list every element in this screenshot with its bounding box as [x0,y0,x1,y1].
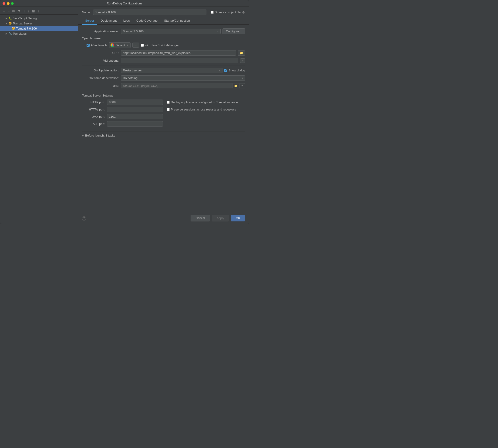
vm-options-label: VM options: [82,59,119,62]
gear-icon[interactable]: ⚙ [242,11,245,14]
jre-dropdown-button[interactable]: ▼ [239,84,245,88]
http-port-row: HTTP port: Deploy applications configure… [82,99,245,105]
vm-options-row: VM options: ⤢ [82,58,245,63]
ajp-port-input[interactable] [107,121,163,127]
jmx-port-input[interactable] [107,114,163,119]
window-title: Run/Debug Configurations [107,2,142,5]
configure-button[interactable]: Configure... [222,28,245,34]
sidebar-item-templates[interactable]: ▶ 🔧 Templates [0,31,78,36]
jre-row: JRE: 📁 ▼ [82,83,245,88]
help-button[interactable]: ? [82,216,86,221]
copy-config-button[interactable]: ⧉ [11,9,16,14]
before-launch-arrow-icon: ▶ [82,134,84,137]
https-port-row: HTTPs port: Preserve sessions across res… [82,107,245,112]
app-server-select-wrapper: Tomcat 7.0.106 [121,29,221,34]
url-input[interactable] [121,50,236,56]
toggle-icon: ▼ [5,22,8,25]
move-up-button[interactable]: ↑ [22,9,26,14]
browser-select-wrapper[interactable]: Default [109,42,130,48]
url-browse-button[interactable]: 📁 [238,50,245,56]
sidebar-toolbar: + − ⧉ ⚙ ↑ ↓ ⊞ ↕ [0,8,78,15]
apply-button[interactable]: Apply [212,215,229,222]
maximize-button[interactable] [11,2,14,5]
jmx-port-row: JMX port: [82,114,245,119]
http-port-label: HTTP port: [82,100,105,104]
vm-options-input[interactable] [121,58,238,63]
ajp-port-label: AJP port: [82,122,105,126]
name-row: Name: Tomcat 7.0.106 Store as project fi… [78,7,249,17]
filter-button[interactable]: ⊞ [31,9,36,14]
url-row: URL: 📁 [82,50,245,56]
app-server-select[interactable]: Tomcat 7.0.106 [121,29,221,34]
browser-value: Default [116,44,125,47]
on-frame-deactivation-select-wrapper: Do nothing [121,75,245,81]
app-server-label: Application server: [82,30,119,33]
preserve-sessions-checkbox[interactable] [167,108,170,111]
before-launch-section[interactable]: ▶ Before launch: 3 tasks [82,131,245,137]
sidebar: + − ⧉ ⚙ ↑ ↓ ⊞ ↕ ▶ 🐛 JavaScript Debug ▼ 🐱… [0,7,78,224]
open-browser-title: Open browser [82,36,245,40]
tab-deployment[interactable]: Deployment [97,17,120,25]
content-area: Application server: Tomcat 7.0.106 Confi… [78,25,249,212]
dotdotdot-button[interactable]: ... [133,43,139,48]
jre-wrapper: 📁 ▼ [121,83,245,88]
tab-startup-connection[interactable]: Startup/Connection [161,17,193,25]
on-update-select[interactable]: Restart server [121,68,222,73]
toggle-icon [8,27,11,30]
cancel-button[interactable]: Cancel [191,215,210,222]
name-input[interactable]: Tomcat 7.0.106 [93,10,206,15]
jre-input[interactable] [121,83,232,88]
on-frame-deactivation-row: On frame deactivation: Do nothing [82,75,245,81]
tomcat-icon: 🐱 [8,21,12,25]
show-dialog-label[interactable]: Show dialog [224,69,245,72]
url-label: URL: [82,51,119,55]
close-button[interactable] [2,2,5,5]
with-js-debugger-label[interactable]: with JavaScript debugger [141,44,179,47]
tab-server[interactable]: Server [82,17,97,25]
remove-config-button[interactable]: − [7,9,11,14]
tab-logs[interactable]: Logs [120,17,133,25]
deploy-apps-checkbox[interactable] [167,101,170,104]
after-launch-label: After launch [91,44,107,47]
toggle-icon: ▶ [5,16,8,20]
on-frame-deactivation-label: On frame deactivation: [82,76,119,80]
title-bar: Run/Debug Configurations [0,0,249,7]
http-port-input[interactable] [107,99,163,105]
sidebar-item-label: JavaScript Debug [13,16,37,20]
store-as-project-file-label[interactable]: Store as project file [211,11,241,14]
open-browser-section: Open browser After launch Default ... wi… [82,36,245,56]
tab-code-coverage[interactable]: Code Coverage [133,17,161,25]
deploy-apps-label[interactable]: Deploy applications configured in Tomcat… [167,100,238,104]
https-port-input[interactable] [107,107,163,112]
preserve-sessions-label[interactable]: Preserve sessions across restarts and re… [167,108,236,111]
tomcat-settings-title: Tomcat Server Settings [82,94,245,97]
traffic-lights[interactable] [2,2,14,5]
after-launch-checkbox-label[interactable]: After launch [86,44,107,47]
name-label: Name: [82,11,91,14]
move-down-button[interactable]: ↓ [27,9,30,14]
ok-button[interactable]: OK [231,215,245,222]
sidebar-item-label: Tomcat Server [13,22,32,25]
store-as-project-file-checkbox[interactable] [211,11,214,14]
sidebar-item-javascript-debug[interactable]: ▶ 🐛 JavaScript Debug [0,16,78,21]
sidebar-item-label: Tomcat 7.0.106 [16,27,37,30]
jre-browse-button[interactable]: 📁 [232,83,239,88]
on-frame-deactivation-select[interactable]: Do nothing [121,75,245,81]
tabs-bar: Server Deployment Logs Code Coverage Sta… [78,17,249,25]
after-launch-checkbox[interactable] [86,44,90,47]
app-server-row: Application server: Tomcat 7.0.106 Confi… [82,28,245,34]
minimize-button[interactable] [7,2,10,5]
bottom-bar: ? Cancel Apply OK [78,212,249,224]
expand-vm-options-button[interactable]: ⤢ [240,58,245,63]
settings-config-button[interactable]: ⚙ [17,9,21,14]
show-dialog-checkbox[interactable] [224,69,227,72]
before-launch-label: Before launch: 3 tasks [85,134,115,137]
sidebar-item-tomcat-instance[interactable]: 🐱 Tomcat 7.0.106 [0,26,78,31]
add-config-button[interactable]: + [2,9,6,14]
jre-label: JRE: [82,84,119,87]
tomcat-instance-icon: 🐱 [11,27,15,30]
sidebar-item-tomcat-server[interactable]: ▼ 🐱 Tomcat Server [0,21,78,26]
sort-button[interactable]: ↕ [37,9,40,14]
ajp-port-row: AJP port: [82,121,245,127]
with-js-debugger-checkbox[interactable] [141,44,144,47]
